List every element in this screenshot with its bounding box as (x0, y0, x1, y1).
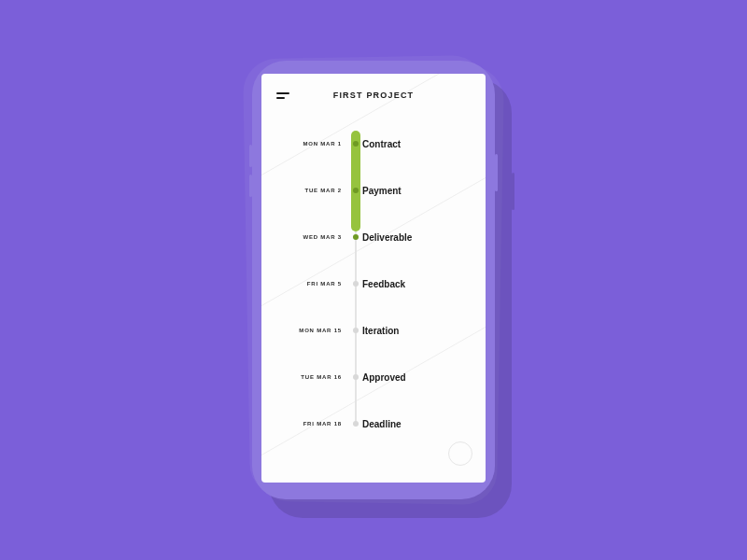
page-title: FIRST PROJECT (276, 91, 471, 100)
timeline-item[interactable]: WED MAR 3 Deliverable (261, 214, 486, 260)
timeline-dot-icon (353, 421, 359, 427)
timeline-item[interactable]: FRI MAR 5 Feedback (261, 260, 486, 307)
timeline-dot-icon (353, 281, 359, 287)
phone-side-button (495, 154, 498, 191)
timeline-date: FRI MAR 18 (261, 421, 351, 427)
timeline-date: MON MAR 1 (261, 141, 351, 147)
timeline: MON MAR 1 Contract TUE MAR 2 Payment WED… (261, 111, 486, 456)
header: FIRST PROJECT (261, 74, 486, 111)
add-button[interactable] (448, 441, 472, 466)
timeline-date: TUE MAR 2 (261, 188, 351, 193)
timeline-dot-icon (353, 188, 359, 193)
timeline-date: MON MAR 15 (261, 328, 351, 333)
timeline-label: Deliverable (351, 232, 412, 243)
timeline-date: TUE MAR 16 (261, 374, 351, 380)
timeline-item[interactable]: MON MAR 15 Iteration (261, 307, 486, 354)
timeline-dot-icon (353, 328, 359, 333)
timeline-dot-icon (353, 374, 359, 380)
timeline-label: Approved (351, 372, 406, 383)
timeline-item[interactable]: FRI MAR 18 Deadline (261, 400, 486, 447)
timeline-label: Deadline (351, 419, 402, 429)
timeline-item[interactable]: TUE MAR 16 Approved (261, 354, 486, 400)
phone-frame: FIRST PROJECT MON MAR 1 Contract TUE MAR… (252, 61, 495, 499)
timeline-item[interactable]: TUE MAR 2 Payment (261, 167, 486, 214)
timeline-dot-icon (353, 141, 359, 147)
screen: FIRST PROJECT MON MAR 1 Contract TUE MAR… (261, 74, 486, 483)
timeline-date: WED MAR 3 (261, 234, 351, 240)
timeline-dot-icon (353, 234, 359, 240)
timeline-label: Feedback (351, 279, 405, 289)
timeline-item[interactable]: MON MAR 1 Contract (261, 120, 486, 167)
timeline-date: FRI MAR 5 (261, 281, 351, 287)
